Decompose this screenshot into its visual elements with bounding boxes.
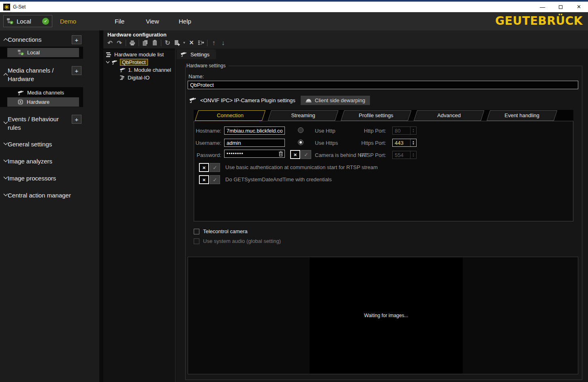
menu-help[interactable]: Help: [179, 12, 191, 30]
tab-event-handling[interactable]: Event handling: [485, 110, 558, 121]
section-events-rules[interactable]: Events / Behaviour rules +: [0, 115, 99, 133]
section-central-action-manager[interactable]: Central action manager: [0, 191, 99, 201]
menu-view[interactable]: View: [146, 12, 159, 30]
name-label: Name:: [188, 73, 204, 79]
use-http-label: Use Http: [315, 128, 336, 134]
username-label: Username:: [195, 140, 221, 146]
module-config-button[interactable]: [196, 39, 205, 47]
spin-down-icon[interactable]: ▼: [412, 143, 415, 145]
spin-down-icon[interactable]: ▼: [412, 131, 415, 133]
add-module-icon: [174, 40, 180, 46]
rtsp-port-value[interactable]: 554: [393, 152, 410, 158]
basic-auth-toggle-no[interactable]: ×: [199, 163, 209, 172]
username-input[interactable]: [224, 139, 285, 147]
nat-toggle-no[interactable]: ×: [290, 150, 300, 159]
use-https-label: Use Https: [315, 140, 338, 146]
move-up-button[interactable]: ↑: [209, 39, 218, 47]
menu-file[interactable]: File: [115, 12, 124, 30]
http-port-spinner[interactable]: ▲ ▼: [410, 127, 416, 134]
system-audio-option: Use system audio (global setting): [194, 238, 281, 244]
print-button[interactable]: [128, 39, 137, 47]
system-audio-label: Use system audio (global setting): [203, 238, 281, 244]
section-connections[interactable]: Connections +: [0, 35, 99, 45]
sidebar-item-media-channels[interactable]: Media channels: [7, 88, 79, 97]
delete-module-button[interactable]: ×: [187, 39, 196, 47]
settings-panel: Settings Hardware settings Name: <ONVIF …: [175, 49, 588, 382]
paste-button[interactable]: [150, 39, 159, 47]
tab-label: Connection: [194, 110, 267, 121]
tab-label: Streaming: [267, 110, 340, 121]
minimize-button[interactable]: —: [533, 2, 552, 12]
rtsp-port-spinner[interactable]: ▲ ▼: [410, 151, 416, 159]
tree-node-digital-io[interactable]: Digital-IO: [103, 74, 175, 82]
telecontrol-checkbox[interactable]: [194, 229, 199, 234]
add-module-button[interactable]: [172, 39, 182, 47]
hardware-configuration-panel: Hardware configuration ↶ ↷: [103, 30, 588, 382]
section-media-hardware[interactable]: Media channels / Hardware +: [0, 66, 99, 84]
tab-streaming[interactable]: Streaming: [267, 110, 340, 121]
password-input[interactable]: [224, 150, 285, 158]
sidebar-item-local[interactable]: Local: [7, 48, 79, 57]
http-port-field: 80 ▲ ▼: [392, 127, 417, 135]
add-module-dropdown[interactable]: ▼: [182, 39, 187, 47]
add-media-button[interactable]: +: [72, 66, 81, 75]
camera-icon: [120, 67, 126, 73]
add-event-rule-button[interactable]: +: [72, 115, 81, 124]
plugin-settings-row: <ONVIF IPC> IP-Camera Plugin settings Cl…: [189, 95, 370, 105]
refresh-button[interactable]: ↻: [163, 39, 172, 47]
password-label: Password:: [195, 152, 221, 158]
tab-connection[interactable]: Connection: [194, 110, 267, 121]
maximize-icon: [559, 5, 562, 9]
connection-form: Hostname: Username: Password:: [194, 121, 573, 221]
tab-settings[interactable]: Settings: [177, 49, 216, 59]
copy-button[interactable]: [141, 39, 150, 47]
panel-title: Hardware configuration: [103, 30, 588, 38]
use-http-radio[interactable]: [298, 127, 304, 133]
hostname-label: Hostname:: [195, 128, 221, 134]
connection-name: Local: [17, 18, 39, 25]
chip-icon: [17, 99, 24, 105]
telecontrol-option[interactable]: Telecontrol camera: [194, 228, 248, 234]
close-button[interactable]: ×: [570, 2, 588, 12]
section-image-analyzers[interactable]: Image analyzers: [0, 157, 99, 167]
tree-node-device[interactable]: QbProtect: [103, 58, 175, 66]
client-side-dewarping-button[interactable]: Client side dewarping: [301, 96, 370, 105]
connection-selector[interactable]: Local ✓: [3, 15, 52, 27]
use-https-radio[interactable]: [298, 139, 304, 145]
http-port-value[interactable]: 80: [393, 128, 410, 134]
tab-profile-settings[interactable]: Profile settings: [340, 110, 413, 121]
undo-button[interactable]: ↶: [105, 39, 115, 47]
add-connection-button[interactable]: +: [72, 35, 81, 44]
get-datetime-toggle-no[interactable]: ×: [199, 175, 209, 184]
system-audio-checkbox: [194, 238, 199, 244]
https-port-value[interactable]: 443: [393, 140, 410, 146]
sidebar-item-label: Local: [27, 49, 40, 56]
module-config-icon: [198, 40, 204, 46]
basic-auth-toggle-yes[interactable]: ✓: [210, 163, 220, 172]
maximize-button[interactable]: [552, 2, 570, 12]
section-general-settings[interactable]: General settings: [0, 140, 99, 150]
network-status-icon: [6, 18, 13, 24]
toolbar-separator: [126, 40, 126, 46]
section-label: Image analyzers: [8, 157, 89, 165]
camera-icon: [111, 60, 118, 65]
digital-io-icon: [120, 75, 125, 80]
tab-advanced[interactable]: Advanced: [413, 110, 485, 121]
nat-toggle-yes[interactable]: ✓: [301, 150, 311, 159]
dome-camera-icon: [306, 98, 312, 103]
https-port-spinner[interactable]: ▲ ▼: [410, 139, 416, 146]
tree-node-module-channel[interactable]: 1. Module channel: [103, 66, 175, 74]
tree-root[interactable]: Hardware module list: [103, 51, 175, 58]
hostname-input[interactable]: [224, 127, 285, 135]
get-datetime-toggle-yes[interactable]: ✓: [210, 175, 220, 184]
redo-button[interactable]: ↷: [115, 39, 124, 47]
name-input[interactable]: [188, 81, 578, 89]
toolbar-separator: [161, 40, 161, 46]
clear-password-icon[interactable]: [278, 151, 283, 157]
title-bar: G-Set — ×: [0, 0, 588, 12]
move-down-button[interactable]: ↓: [218, 39, 228, 47]
sidebar-item-hardware[interactable]: Hardware: [7, 97, 79, 107]
section-image-processors[interactable]: Image processors: [0, 174, 99, 184]
sidebar-item-label: Media channels: [27, 90, 64, 96]
spin-down-icon[interactable]: ▼: [412, 155, 415, 157]
